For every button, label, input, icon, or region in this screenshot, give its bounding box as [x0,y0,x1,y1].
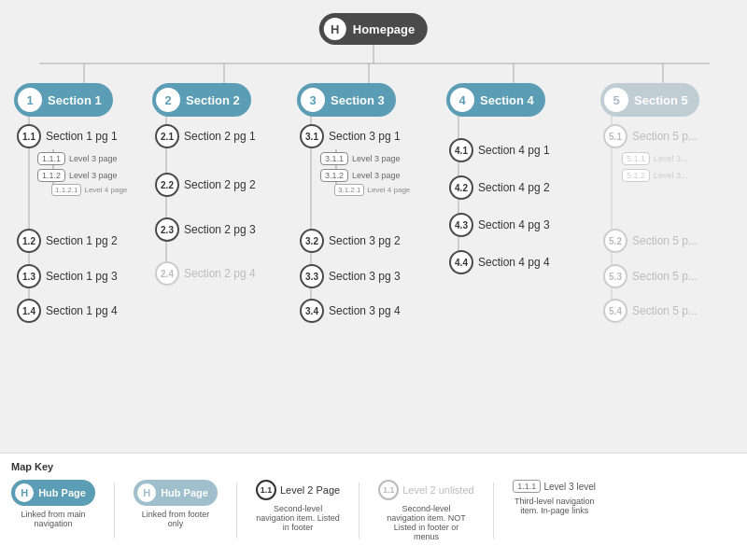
key-hub-active: H Hub Page Linked from main navigation [11,480,95,528]
section-2-header[interactable]: 2 Section 2 [152,83,251,117]
section-3-header[interactable]: 3 Section 3 [297,83,396,117]
homepage-node[interactable]: H Homepage [319,13,428,45]
section-1-header[interactable]: 1 Section 1 [14,83,113,117]
sub-1-1-2[interactable]: 1.1.2 Level 3 page [37,169,118,182]
sub-5-1-2: 5.1.2 Level 3... [622,169,688,182]
section-4-header[interactable]: 4 Section 4 [446,83,545,117]
page-3-1[interactable]: 3.1 Section 3 pg 1 [300,124,401,148]
key-hub-active-node: H Hub Page [11,480,95,506]
key-level2-unlisted-num: 1.1 [378,480,399,500]
key-level2-num: 1.1 [256,480,276,500]
page-2-1[interactable]: 2.1 Section 2 pg 1 [155,124,256,148]
key-hub-footer-node: H Hub Page [134,480,218,506]
section-2-label: Section 2 [186,93,240,107]
section-5-label: Section 5 [634,93,688,107]
sub-1-1-1-num: 1.1.1 [37,152,65,165]
sub-1-1-1[interactable]: 1.1.1 Level 3 page [37,152,118,165]
page-1-3[interactable]: 1.3 Section 1 pg 3 [17,264,118,288]
main-container: H Homepage 1 Section 1 1.1 Section 1 pg … [0,0,747,560]
key-level2-unlisted-node: 1.1 Level 2 unlisted [378,480,473,500]
subsub-1-1-2-1-label: Level 4 page [84,186,127,194]
key-divider-1 [114,483,115,539]
subsub-3-1-2-1[interactable]: 3.1.2.1 Level 4 page [334,184,410,196]
page-4-1[interactable]: 4.1 Section 4 pg 1 [449,138,550,162]
key-divider-3 [359,483,359,539]
page-5-4[interactable]: 5.4 Section 5 p... [603,299,698,323]
subsub-1-1-2-1-num: 1.1.2.1 [51,184,81,196]
homepage-h-circle: H [324,18,346,40]
section-1-label: Section 1 [48,93,102,107]
key-hub-footer-desc: Linked from footer only [134,510,218,528]
map-key-title: Map Key [11,461,736,472]
key-hub-active-desc: Linked from main navigation [11,510,95,528]
page-1-1-num: 1.1 [17,124,41,148]
page-1-4-num: 1.4 [17,299,41,323]
page-4-2[interactable]: 4.2 Section 4 pg 2 [449,175,550,200]
section-3-label: Section 3 [331,93,385,107]
page-2-3[interactable]: 2.3 Section 2 pg 3 [155,217,256,242]
sub-1-1-1-label: Level 3 page [69,154,118,163]
key-level2-unlisted: 1.1 Level 2 unlisted Second-level naviga… [378,480,473,541]
map-key: Map Key H Hub Page Linked from main navi… [0,453,747,560]
key-level2-unlisted-desc: Second-level navigation item. NOT Listed… [384,504,468,541]
homepage-h-letter: H [331,22,339,36]
section-3-num: 3 [301,88,325,112]
page-1-2-num: 1.2 [17,229,41,253]
key-divider-2 [236,483,237,539]
key-divider-4 [493,483,494,539]
section-4-label: Section 4 [480,93,534,107]
sub-3-1-2[interactable]: 3.1.2 Level 3 page [320,169,401,182]
page-1-3-num: 1.3 [17,264,41,288]
page-5-1[interactable]: 5.1 Section 5 p... [603,124,698,148]
page-1-2[interactable]: 1.2 Section 1 pg 2 [17,229,118,253]
page-5-2[interactable]: 5.2 Section 5 p... [603,229,698,253]
key-level2-node: 1.1 Level 2 Page [256,480,340,500]
section-5-header[interactable]: 5 Section 5 [600,83,699,117]
key-hub-footer: H Hub Page Linked from footer only [134,480,218,528]
page-4-4[interactable]: 4.4 Section 4 pg 4 [449,250,550,274]
key-hub-footer-h: H [137,483,156,502]
subsub-1-1-2-1[interactable]: 1.1.2.1 Level 4 page [51,184,127,196]
page-3-2[interactable]: 3.2 Section 3 pg 2 [300,229,401,253]
page-1-3-label: Section 1 pg 3 [46,270,118,283]
page-1-1-label: Section 1 pg 1 [46,130,118,143]
key-hub-h-circle: H [15,483,34,502]
sub-5-1-1: 5.1.1 Level 3... [622,152,688,165]
key-level3-rect: 1.1.1 [513,480,541,493]
page-1-4[interactable]: 1.4 Section 1 pg 4 [17,299,118,323]
page-2-4[interactable]: 2.4 Section 2 pg 4 [155,261,256,286]
homepage-label: Homepage [353,22,415,36]
section-2-num: 2 [156,88,180,112]
page-3-4[interactable]: 3.4 Section 3 pg 4 [300,299,401,323]
section-1-num: 1 [18,88,42,112]
page-5-3[interactable]: 5.3 Section 5 p... [603,264,698,288]
sub-1-1-2-num: 1.1.2 [37,169,65,182]
key-level3-desc: Third-level navigation item. In-page lin… [513,497,597,515]
page-2-2[interactable]: 2.2 Section 2 pg 2 [155,173,256,197]
page-3-3[interactable]: 3.3 Section 3 pg 3 [300,264,401,288]
page-1-2-label: Section 1 pg 2 [46,234,118,247]
page-4-3[interactable]: 4.3 Section 4 pg 3 [449,213,550,237]
key-items: H Hub Page Linked from main navigation H… [11,480,736,541]
key-level2: 1.1 Level 2 Page Second-level navigation… [256,480,340,532]
page-1-1[interactable]: 1.1 Section 1 pg 1 [17,124,118,148]
page-1-4-label: Section 1 pg 4 [46,304,118,317]
sub-1-1-2-label: Level 3 page [69,171,118,180]
sub-3-1-1[interactable]: 3.1.1 Level 3 page [320,152,401,165]
key-level3: 1.1.1 Level 3 level Third-level navigati… [513,480,597,515]
key-level2-desc: Second-level navigation item. Listed in … [256,504,340,532]
key-level3-node: 1.1.1 Level 3 level [513,480,596,493]
